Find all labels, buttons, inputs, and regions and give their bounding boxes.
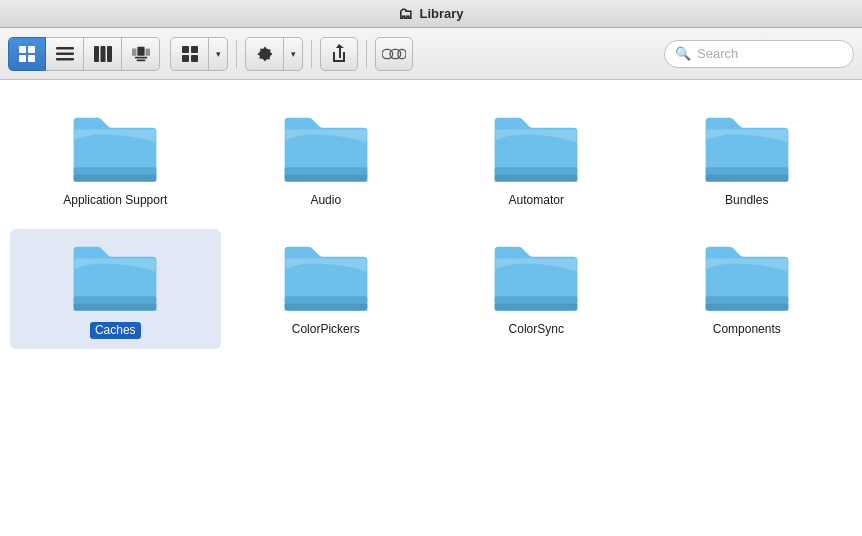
folder-label: Audio xyxy=(310,193,341,209)
folder-label: Application Support xyxy=(63,193,167,209)
folder-icon xyxy=(491,110,581,185)
svg-rect-3 xyxy=(28,55,35,62)
folder-label: Components xyxy=(713,322,781,338)
search-icon: 🔍 xyxy=(675,46,691,61)
cover-icon xyxy=(132,46,150,62)
share-icon xyxy=(331,44,347,64)
folder-icon xyxy=(281,110,371,185)
svg-rect-29 xyxy=(705,175,788,182)
folder-item-audio[interactable]: Audio xyxy=(221,100,432,219)
svg-rect-35 xyxy=(495,303,578,310)
toolbar-separator-1 xyxy=(236,40,237,68)
folder-label: ColorPickers xyxy=(292,322,360,338)
svg-rect-24 xyxy=(284,167,367,174)
svg-rect-37 xyxy=(705,303,788,310)
svg-rect-0 xyxy=(19,46,26,53)
folder-item-components[interactable]: Components xyxy=(642,229,853,350)
svg-rect-34 xyxy=(495,296,578,303)
svg-rect-17 xyxy=(182,55,189,62)
view-dropdown-button[interactable]: ▾ xyxy=(170,37,228,71)
toolbar: ▾ ▾ 🔍 xyxy=(0,28,862,80)
title-bar: 🗂 Library xyxy=(0,0,862,28)
svg-rect-7 xyxy=(94,46,99,62)
folder-icon xyxy=(702,110,792,185)
search-input[interactable] xyxy=(697,46,843,61)
svg-rect-8 xyxy=(100,46,105,62)
svg-rect-16 xyxy=(191,46,198,53)
folder-icon xyxy=(281,239,371,314)
view-column-button[interactable] xyxy=(84,37,122,71)
svg-rect-11 xyxy=(132,48,137,55)
main-content: Application Support Audio xyxy=(0,80,862,536)
tag-button[interactable] xyxy=(375,37,413,71)
share-button[interactable] xyxy=(320,37,358,71)
folder-item-caches[interactable]: Caches xyxy=(10,229,221,350)
svg-rect-23 xyxy=(74,175,157,182)
svg-rect-4 xyxy=(56,47,74,50)
column-icon xyxy=(94,46,112,62)
svg-rect-5 xyxy=(56,52,74,55)
folder-label: Automator xyxy=(509,193,564,209)
window-title: 🗂 Library xyxy=(398,5,463,22)
view-mode-group xyxy=(8,37,160,71)
view-dropdown-icon xyxy=(171,37,209,71)
folder-icon xyxy=(70,110,160,185)
search-box[interactable]: 🔍 xyxy=(664,40,854,68)
settings-button[interactable]: ▾ xyxy=(245,37,303,71)
library-icon: 🗂 xyxy=(398,5,413,22)
folder-icon xyxy=(70,239,160,314)
folder-icon xyxy=(491,239,581,314)
svg-rect-22 xyxy=(74,167,157,174)
gear-icon xyxy=(246,37,284,71)
svg-rect-15 xyxy=(182,46,189,53)
svg-rect-32 xyxy=(284,296,367,303)
svg-rect-31 xyxy=(74,303,157,310)
tag-icon xyxy=(382,47,406,61)
svg-rect-18 xyxy=(191,55,198,62)
svg-rect-33 xyxy=(284,303,367,310)
folder-item-bundles[interactable]: Bundles xyxy=(642,100,853,219)
svg-rect-13 xyxy=(134,56,147,58)
svg-rect-6 xyxy=(56,58,74,61)
svg-rect-12 xyxy=(145,48,150,55)
toolbar-separator-2 xyxy=(311,40,312,68)
svg-rect-26 xyxy=(495,167,578,174)
svg-rect-10 xyxy=(137,46,144,55)
list-icon xyxy=(56,47,74,61)
title-text: Library xyxy=(419,6,463,21)
folder-item-automator[interactable]: Automator xyxy=(431,100,642,219)
svg-rect-2 xyxy=(19,55,26,62)
folder-label: Bundles xyxy=(725,193,768,209)
view-dropdown-arrow: ▾ xyxy=(209,37,227,71)
toolbar-separator-3 xyxy=(366,40,367,68)
svg-rect-14 xyxy=(136,59,145,61)
view-list-button[interactable] xyxy=(46,37,84,71)
folder-icon xyxy=(702,239,792,314)
grid-icon xyxy=(18,45,36,63)
svg-rect-1 xyxy=(28,46,35,53)
settings-arrow: ▾ xyxy=(284,37,302,71)
svg-rect-28 xyxy=(705,167,788,174)
svg-rect-9 xyxy=(107,46,112,62)
view-cover-button[interactable] xyxy=(122,37,160,71)
svg-rect-25 xyxy=(284,175,367,182)
folder-label: Caches xyxy=(90,322,141,340)
file-grid: Application Support Audio xyxy=(10,100,852,349)
folder-item-application-support[interactable]: Application Support xyxy=(10,100,221,219)
svg-rect-21 xyxy=(398,49,406,58)
svg-rect-36 xyxy=(705,296,788,303)
folder-item-colorpickers[interactable]: ColorPickers xyxy=(221,229,432,350)
folder-item-colorsync[interactable]: ColorSync xyxy=(431,229,642,350)
view-icon-grid-button[interactable] xyxy=(8,37,46,71)
folder-label: ColorSync xyxy=(509,322,564,338)
svg-rect-27 xyxy=(495,175,578,182)
svg-rect-30 xyxy=(74,296,157,303)
